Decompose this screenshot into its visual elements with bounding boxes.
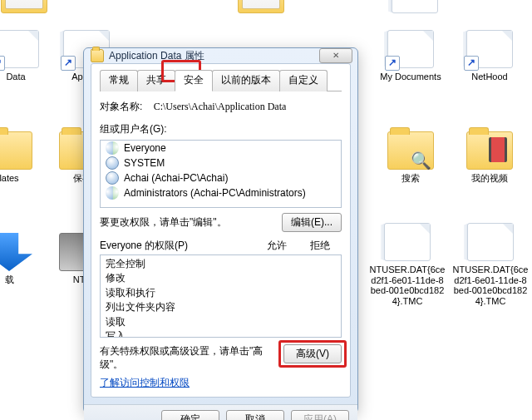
tab-sharing[interactable]: 共享 bbox=[137, 70, 175, 91]
perm-col-allow: 允许 bbox=[255, 239, 298, 253]
cancel-button[interactable]: 取消 bbox=[226, 410, 284, 420]
tab-security[interactable]: 安全 bbox=[175, 70, 213, 91]
object-name-value: C:\Users\Achai\Application Data bbox=[145, 101, 287, 112]
tab-strip: 常规 共享 安全 以前的版本 自定义 bbox=[100, 69, 342, 91]
group-item[interactable]: SYSTEM bbox=[101, 156, 341, 170]
perm-item: 完全控制 bbox=[106, 257, 336, 271]
desktop-file-ntuser[interactable]: NTUSER.DAT{6ced2f1-6e01-11de-8bed-001e0b… bbox=[369, 223, 446, 307]
perm-for-label: Everyone 的权限(P) bbox=[100, 239, 255, 253]
user-icon bbox=[106, 171, 119, 185]
group-item[interactable]: Everyone bbox=[101, 141, 341, 156]
apply-button[interactable]: 应用(A) bbox=[291, 410, 349, 420]
desktop-folder-search[interactable]: 搜索 bbox=[378, 131, 443, 184]
advanced-row: 有关特殊权限或高级设置，请单击"高级"。 高级(V) bbox=[100, 344, 342, 371]
group-name: Everyone bbox=[124, 142, 166, 154]
download-arrow-icon bbox=[0, 233, 32, 271]
group-name: Administrators (Achai-PC\Administrators) bbox=[124, 187, 306, 199]
group-item[interactable]: Achai (Achai-PC\Achai) bbox=[101, 170, 341, 185]
ok-button[interactable]: 确定 bbox=[161, 410, 219, 420]
edit-hint: 要更改权限，请单击"编辑"。 bbox=[100, 215, 282, 230]
perm-item: 修改 bbox=[106, 271, 336, 285]
file-icon bbox=[467, 223, 514, 261]
perm-col-deny: 拒绝 bbox=[298, 239, 342, 253]
desktop-folder[interactable]: lates bbox=[0, 131, 42, 184]
icon-label: NetHood bbox=[457, 72, 522, 82]
tab-previous[interactable]: 以前的版本 bbox=[212, 70, 280, 91]
icon-label: NTUSER.DAT{6ced2f1-6e01-11de-8bed-001e0b… bbox=[369, 264, 446, 307]
dialog-body: 常规 共享 安全 以前的版本 自定义 对象名称: C:\Users\Achai\… bbox=[91, 63, 351, 398]
folder-icon bbox=[0, 131, 32, 170]
user-icon bbox=[106, 156, 119, 170]
dialog-title: Application Data 属性 bbox=[109, 49, 204, 63]
folder-video-icon bbox=[466, 131, 513, 170]
dialog-button-bar: 确定 取消 应用(A) bbox=[84, 404, 357, 420]
desktop-downloads[interactable]: 载 bbox=[0, 233, 42, 285]
advanced-hint: 有关特殊权限或高级设置，请单击"高级"。 bbox=[100, 344, 277, 371]
groups-label: 组或用户名(G): bbox=[100, 122, 342, 136]
groups-list[interactable]: Everyone SYSTEM Achai (Achai-PC\Achai) A… bbox=[100, 140, 342, 208]
folder-icon bbox=[1, 0, 47, 13]
perm-item: 列出文件夹内容 bbox=[106, 300, 336, 314]
perm-item: 写入 bbox=[106, 329, 336, 338]
icon-label: 载 bbox=[0, 274, 42, 285]
group-name: Achai (Achai-PC\Achai) bbox=[124, 172, 228, 184]
group-item[interactable]: Administrators (Achai-PC\Administrators) bbox=[101, 185, 341, 200]
desktop-file-ntuser[interactable]: NTUSER.DAT{6ced2f1-6e01-11de-8bed-001e0b… bbox=[452, 223, 529, 307]
desktop-file[interactable] bbox=[382, 0, 447, 17]
shortcut-icon bbox=[466, 30, 513, 68]
icon-label: 搜索 bbox=[378, 173, 443, 184]
shortcut-icon bbox=[387, 30, 434, 68]
group-name: SYSTEM bbox=[124, 157, 165, 169]
folder-search-icon bbox=[387, 131, 434, 170]
advanced-button[interactable]: 高级(V) bbox=[283, 344, 342, 363]
folder-icon bbox=[238, 0, 284, 13]
learn-link[interactable]: 了解访问控制和权限 bbox=[100, 376, 342, 390]
folder-icon bbox=[91, 49, 104, 62]
permissions-header: Everyone 的权限(P) 允许 拒绝 bbox=[100, 239, 342, 253]
tab-customize[interactable]: 自定义 bbox=[279, 70, 328, 91]
file-icon bbox=[384, 223, 431, 261]
edit-hint-row: 要更改权限，请单击"编辑"。 编辑(E)... bbox=[100, 213, 342, 232]
perm-item: 读取和执行 bbox=[106, 286, 336, 300]
object-name-label: 对象名称: bbox=[100, 101, 142, 112]
titlebar[interactable]: Application Data 属性 bbox=[84, 48, 357, 63]
desktop-shortcut[interactable]: Data bbox=[0, 30, 48, 82]
desktop-shortcut-nethood[interactable]: NetHood bbox=[457, 30, 522, 82]
close-button[interactable] bbox=[319, 48, 352, 63]
shortcut-icon bbox=[0, 30, 39, 68]
icon-label: lates bbox=[0, 173, 42, 184]
icon-label: Data bbox=[0, 72, 48, 82]
perm-item: 读取 bbox=[106, 315, 336, 329]
edit-button[interactable]: 编辑(E)... bbox=[282, 213, 342, 232]
desktop-folder-videos[interactable]: 我的视频 bbox=[457, 131, 522, 184]
file-icon bbox=[392, 0, 438, 13]
users-group-icon bbox=[106, 141, 119, 155]
desktop-folder[interactable] bbox=[0, 0, 57, 17]
users-group-icon bbox=[106, 186, 119, 200]
object-name-row: 对象名称: C:\Users\Achai\Application Data bbox=[100, 100, 342, 114]
permissions-list[interactable]: 完全控制 修改 读取和执行 列出文件夹内容 读取 写入 bbox=[100, 254, 342, 338]
properties-dialog: Application Data 属性 常规 共享 安全 以前的版本 自定义 对… bbox=[83, 47, 358, 413]
tab-general[interactable]: 常规 bbox=[100, 70, 138, 91]
desktop-shortcut-my-documents[interactable]: My Documents bbox=[378, 30, 443, 82]
icon-label: 我的视频 bbox=[457, 173, 522, 184]
icon-label: My Documents bbox=[378, 72, 443, 82]
icon-label: NTUSER.DAT{6ced2f1-6e01-11de-8bed-001e0b… bbox=[452, 264, 529, 307]
desktop-folder[interactable] bbox=[229, 0, 293, 17]
